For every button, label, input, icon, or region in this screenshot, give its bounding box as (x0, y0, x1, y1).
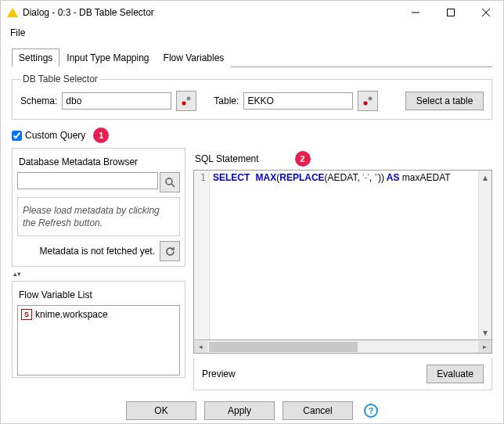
schema-label: Schema: (20, 95, 57, 106)
horizontal-scrollbar[interactable]: ◂ ▸ (193, 340, 492, 354)
db-table-selector-group: DB Table Selector Schema: Table: Select … (12, 74, 492, 120)
window-title: Dialog - 0:3 - DB Table Selector (23, 7, 398, 18)
custom-query-checkbox[interactable] (12, 131, 22, 141)
menubar: File (1, 24, 503, 41)
evaluate-button[interactable]: Evaluate (427, 365, 484, 383)
sql-editor[interactable]: 1 SELECT MAX(REPLACE(AEDAT, '-', '')) AS… (193, 170, 492, 340)
schema-flowvar-button[interactable] (176, 91, 196, 111)
app-icon (7, 8, 18, 17)
select-table-button[interactable]: Select a table (405, 92, 484, 110)
sql-code[interactable]: SELECT MAX(REPLACE(AEDAT, '-', '')) AS m… (210, 171, 491, 340)
close-button[interactable] (468, 1, 503, 24)
scroll-left-icon[interactable]: ◂ (194, 341, 207, 353)
expand-handle[interactable]: ▴▾ (12, 270, 185, 278)
preview-bar: Preview Evaluate (193, 358, 492, 390)
scroll-right-icon[interactable]: ▸ (478, 341, 491, 353)
tab-settings[interactable]: Settings (12, 49, 59, 67)
scroll-thumb[interactable] (209, 342, 358, 352)
string-type-icon: S (21, 309, 32, 320)
annotation-badge-1: 1 (93, 128, 109, 143)
svg-point-4 (182, 102, 186, 106)
svg-point-6 (364, 102, 368, 106)
svg-point-7 (369, 97, 373, 101)
preview-label: Preview (202, 368, 236, 379)
custom-query-label: Custom Query (25, 130, 85, 141)
vertical-scrollbar[interactable]: ▴▾ (478, 171, 491, 340)
metadata-browser-panel: Database Metadata Browser Please load me… (12, 148, 185, 267)
metadata-search-input[interactable] (17, 172, 158, 189)
flowvar-list[interactable]: S knime.workspace (17, 305, 180, 375)
table-input[interactable] (243, 92, 353, 110)
schema-input[interactable] (62, 92, 171, 110)
flowvar-title: Flow Variable List (19, 289, 180, 300)
tab-bar: Settings Input Type Mapping Flow Variabl… (12, 48, 492, 67)
metadata-status: Metadata is not fetched yet. (40, 246, 155, 257)
ok-button[interactable]: OK (126, 401, 196, 420)
tab-flow-variables[interactable]: Flow Variables (157, 49, 232, 67)
svg-line-9 (171, 184, 175, 187)
flow-variable-panel: Flow Variable List S knime.workspace (12, 281, 185, 378)
sql-title: SQL Statement (195, 153, 259, 164)
dialog-footer: OK Apply Cancel ? (1, 390, 503, 424)
table-label: Table: (214, 95, 239, 106)
table-flowvar-button[interactable] (358, 91, 378, 111)
metadata-hint: Please load metadata by clicking the Ref… (17, 197, 180, 236)
annotation-badge-2: 2 (295, 151, 311, 167)
metadata-title: Database Metadata Browser (19, 156, 180, 167)
apply-button[interactable]: Apply (204, 401, 275, 420)
svg-point-5 (187, 97, 191, 101)
titlebar: Dialog - 0:3 - DB Table Selector (1, 1, 503, 24)
tab-input-type-mapping[interactable]: Input Type Mapping (59, 49, 156, 67)
maximize-button[interactable] (433, 1, 468, 24)
refresh-icon[interactable] (160, 241, 180, 261)
svg-rect-1 (447, 9, 454, 16)
search-icon[interactable] (160, 172, 180, 192)
line-gutter: 1 (194, 171, 210, 340)
list-item[interactable]: S knime.workspace (21, 309, 176, 320)
svg-point-8 (166, 178, 172, 185)
menu-file[interactable]: File (7, 26, 28, 40)
help-icon[interactable]: ? (364, 404, 378, 418)
flowvar-item-label: knime.workspace (35, 309, 108, 320)
group-legend: DB Table Selector (20, 74, 100, 84)
minimize-button[interactable] (398, 1, 433, 24)
cancel-button[interactable]: Cancel (283, 401, 353, 420)
